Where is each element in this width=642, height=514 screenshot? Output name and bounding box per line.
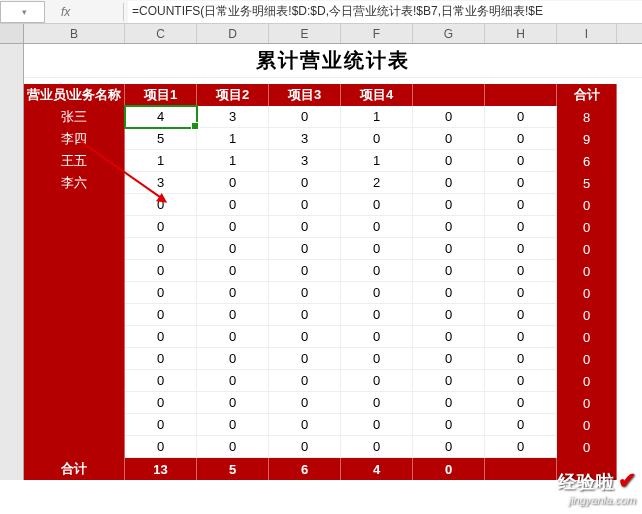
- data-cell[interactable]: 0: [341, 304, 413, 326]
- data-cell[interactable]: 0: [485, 326, 557, 348]
- data-cell[interactable]: 0: [269, 392, 341, 414]
- col-header-D[interactable]: D: [197, 24, 269, 43]
- data-cell[interactable]: 0: [341, 436, 413, 458]
- row-total-cell[interactable]: 0: [557, 260, 617, 282]
- data-cell[interactable]: 0: [125, 282, 197, 304]
- data-cell[interactable]: 0: [341, 128, 413, 150]
- data-cell[interactable]: 0: [341, 238, 413, 260]
- data-cell[interactable]: 0: [341, 216, 413, 238]
- row-name-cell[interactable]: [24, 216, 125, 238]
- fx-icon[interactable]: fx: [61, 5, 70, 19]
- data-cell[interactable]: 0: [341, 282, 413, 304]
- row-total-cell[interactable]: 0: [557, 414, 617, 436]
- data-cell[interactable]: 0: [413, 304, 485, 326]
- row-total-cell[interactable]: 0: [557, 436, 617, 458]
- data-cell[interactable]: 0: [413, 260, 485, 282]
- data-cell[interactable]: 0: [197, 326, 269, 348]
- data-cell[interactable]: 0: [341, 392, 413, 414]
- data-cell[interactable]: 0: [413, 326, 485, 348]
- data-cell[interactable]: 1: [197, 128, 269, 150]
- header-item1[interactable]: 项目1: [125, 84, 197, 106]
- data-cell[interactable]: 0: [413, 392, 485, 414]
- data-cell[interactable]: 0: [125, 216, 197, 238]
- row-total-cell[interactable]: 6: [557, 150, 617, 172]
- totals-v0[interactable]: 13: [125, 458, 197, 480]
- data-cell[interactable]: 0: [197, 304, 269, 326]
- data-cell[interactable]: 0: [413, 106, 485, 128]
- data-cell[interactable]: 0: [341, 370, 413, 392]
- data-cell[interactable]: 0: [485, 304, 557, 326]
- header-item4[interactable]: 项目4: [341, 84, 413, 106]
- row-total-cell[interactable]: 0: [557, 304, 617, 326]
- data-cell[interactable]: 0: [197, 414, 269, 436]
- row-name-cell[interactable]: [24, 238, 125, 260]
- row-total-cell[interactable]: 0: [557, 238, 617, 260]
- row-total-cell[interactable]: 0: [557, 282, 617, 304]
- data-cell[interactable]: 2: [341, 172, 413, 194]
- row-total-cell[interactable]: 9: [557, 128, 617, 150]
- totals-v4[interactable]: 0: [413, 458, 485, 480]
- data-cell[interactable]: 0: [413, 414, 485, 436]
- data-cell[interactable]: 0: [413, 436, 485, 458]
- row-name-cell[interactable]: [24, 370, 125, 392]
- data-cell[interactable]: 3: [125, 172, 197, 194]
- data-cell[interactable]: 0: [413, 150, 485, 172]
- header-item2[interactable]: 项目2: [197, 84, 269, 106]
- data-cell[interactable]: 0: [485, 106, 557, 128]
- data-cell[interactable]: 0: [197, 172, 269, 194]
- data-cell[interactable]: 0: [125, 348, 197, 370]
- data-cell[interactable]: 0: [125, 260, 197, 282]
- data-cell[interactable]: 0: [413, 348, 485, 370]
- totals-v5[interactable]: [485, 458, 557, 480]
- data-cell[interactable]: 0: [269, 194, 341, 216]
- data-cell[interactable]: 0: [269, 260, 341, 282]
- row-total-cell[interactable]: 0: [557, 216, 617, 238]
- data-cell[interactable]: 0: [197, 370, 269, 392]
- data-cell[interactable]: 0: [269, 414, 341, 436]
- data-cell[interactable]: 1: [341, 150, 413, 172]
- data-cell[interactable]: 0: [485, 370, 557, 392]
- data-cell[interactable]: 0: [197, 392, 269, 414]
- data-cell[interactable]: 0: [197, 216, 269, 238]
- data-cell[interactable]: 0: [413, 370, 485, 392]
- totals-label[interactable]: 合计: [24, 458, 125, 480]
- data-cell[interactable]: 1: [197, 150, 269, 172]
- data-cell[interactable]: 0: [197, 194, 269, 216]
- totals-v1[interactable]: 5: [197, 458, 269, 480]
- col-header-F[interactable]: F: [341, 24, 413, 43]
- data-cell[interactable]: 0: [485, 238, 557, 260]
- row-name-cell[interactable]: [24, 348, 125, 370]
- data-cell[interactable]: 0: [485, 282, 557, 304]
- header-total[interactable]: 合计: [557, 84, 617, 106]
- col-header-H[interactable]: H: [485, 24, 557, 43]
- name-box[interactable]: ▾: [0, 1, 45, 23]
- data-cell[interactable]: 3: [269, 128, 341, 150]
- row-name-cell[interactable]: 李六: [24, 172, 125, 194]
- row-name-cell[interactable]: [24, 260, 125, 282]
- row-total-cell[interactable]: 0: [557, 348, 617, 370]
- data-cell[interactable]: 0: [485, 392, 557, 414]
- data-cell[interactable]: 0: [413, 194, 485, 216]
- data-cell[interactable]: 0: [269, 304, 341, 326]
- data-cell[interactable]: 0: [269, 106, 341, 128]
- data-cell[interactable]: 0: [125, 392, 197, 414]
- row-total-cell[interactable]: 8: [557, 106, 617, 128]
- data-cell[interactable]: 0: [197, 282, 269, 304]
- data-cell[interactable]: 0: [197, 348, 269, 370]
- data-cell[interactable]: 1: [341, 106, 413, 128]
- data-cell[interactable]: 0: [485, 436, 557, 458]
- data-cell[interactable]: 1: [125, 150, 197, 172]
- data-cell[interactable]: 0: [269, 370, 341, 392]
- data-cell[interactable]: 0: [269, 216, 341, 238]
- totals-v3[interactable]: 4: [341, 458, 413, 480]
- data-cell[interactable]: 0: [485, 128, 557, 150]
- col-header-I[interactable]: I: [557, 24, 617, 43]
- data-cell[interactable]: 0: [197, 260, 269, 282]
- dropdown-icon[interactable]: ▾: [22, 7, 27, 17]
- data-cell[interactable]: 0: [125, 370, 197, 392]
- row-name-cell[interactable]: [24, 194, 125, 216]
- table-title[interactable]: 累计营业统计表: [24, 44, 642, 78]
- data-cell[interactable]: 0: [413, 172, 485, 194]
- data-cell[interactable]: 0: [413, 216, 485, 238]
- header-name-col[interactable]: 营业员\业务名称: [24, 84, 125, 106]
